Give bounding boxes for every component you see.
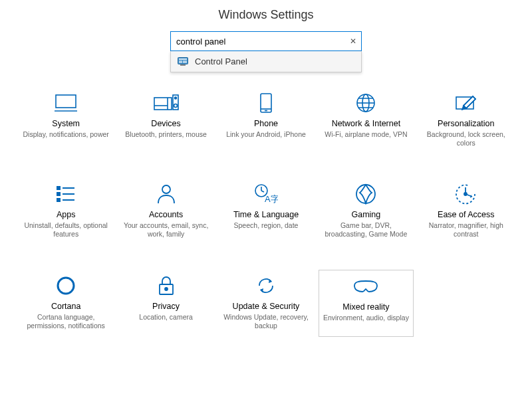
suggestion-control-panel[interactable]: Control Panel [171,51,361,72]
svg-line-29 [261,191,264,192]
tile-title: Devices [120,119,211,128]
tile-time-language[interactable]: A字 Time & Language Speech, region, date [219,178,313,245]
settings-grid: System Display, notifications, power Dev… [0,51,532,344]
tile-title: Cortana [20,302,112,311]
svg-point-34 [58,278,74,294]
personalization-icon [420,90,512,116]
svg-rect-7 [154,98,172,110]
tile-desc: Bluetooth, printers, mouse [120,130,211,139]
accounts-icon [120,181,211,207]
tile-desc: Background, lock screen, colors [420,130,512,148]
tile-desc: Game bar, DVR, broadcasting, Game Mode [320,221,412,239]
svg-rect-22 [57,193,60,195]
svg-point-31 [356,185,375,203]
search-container: ✕ Control Panel [170,31,362,51]
tile-ease-of-access[interactable]: Ease of Access Narrator, magnifier, high… [419,178,513,245]
svg-rect-4 [180,64,186,66]
tile-desc: Display, notifications, power [20,130,112,139]
svg-rect-24 [57,199,60,201]
tile-title: Mixed reality [321,302,411,312]
tile-desc: Wi-Fi, airplane mode, VPN [320,130,412,139]
tile-title: Update & Security [220,302,312,311]
privacy-icon [120,272,211,299]
tile-desc: Your accounts, email, sync, work, family [120,221,211,239]
tile-desc: Narrator, magnifier, high contrast [420,221,512,239]
tile-network[interactable]: Network & Internet Wi-Fi, airplane mode,… [319,87,413,154]
tile-title: Apps [20,210,112,219]
svg-rect-5 [56,95,76,108]
control-panel-icon [178,57,188,66]
mixed-reality-icon [321,273,411,300]
clear-search-icon[interactable]: ✕ [350,37,356,46]
tile-title: Ease of Access [420,210,512,219]
search-input[interactable] [170,31,362,51]
tile-desc: Speech, region, date [220,221,312,230]
svg-point-11 [174,97,176,99]
svg-rect-20 [57,187,60,189]
tile-system[interactable]: System Display, notifications, power [19,87,113,154]
gaming-icon [320,181,412,207]
svg-rect-13 [261,94,271,112]
tile-title: Network & Internet [320,119,412,128]
tile-gaming[interactable]: Gaming Game bar, DVR, broadcasting, Game… [319,178,413,245]
tile-desc: Environment, audio, display [321,314,411,322]
tile-desc: Link your Android, iPhone [220,130,312,139]
tile-title: Gaming [320,210,412,219]
system-icon [20,90,112,116]
tile-desc: Uninstall, defaults, optional features [20,221,112,239]
tile-desc: Cortana language, permissions, notificat… [20,313,112,330]
svg-point-33 [464,193,467,195]
tile-title: Phone [220,119,312,128]
search-suggestions: Control Panel [170,51,362,72]
svg-rect-1 [179,58,187,60]
tile-apps[interactable]: Apps Uninstall, defaults, optional featu… [19,178,113,245]
tile-title: Accounts [120,210,211,219]
tile-desc: Location, camera [120,313,211,322]
svg-point-36 [165,288,168,290]
globe-icon [320,90,412,116]
cortana-icon [20,272,112,299]
tile-mixed-reality[interactable]: Mixed reality Environment, audio, displa… [319,270,413,337]
svg-point-26 [162,185,170,193]
tile-accounts[interactable]: Accounts Your accounts, email, sync, wor… [118,178,213,245]
tile-devices[interactable]: Devices Bluetooth, printers, mouse [118,87,213,154]
tile-desc: Windows Update, recovery, backup [220,313,312,330]
phone-icon [220,90,312,116]
tile-title: Personalization [420,119,512,128]
update-icon [220,272,312,299]
ease-of-access-icon [420,181,512,207]
tile-update-security[interactable]: Update & Security Windows Update, recove… [219,270,313,337]
tile-title: Privacy [120,302,211,311]
tile-title: System [20,119,112,128]
svg-rect-2 [179,60,182,63]
tile-cortana[interactable]: Cortana Cortana language, permissions, n… [19,270,113,337]
svg-rect-3 [183,60,187,63]
tile-personalization[interactable]: Personalization Background, lock screen,… [419,87,513,154]
tile-phone[interactable]: Phone Link your Android, iPhone [219,87,313,154]
tile-privacy[interactable]: Privacy Location, camera [118,270,213,337]
apps-icon [20,181,112,207]
suggestion-label: Control Panel [195,56,247,66]
page-title: Windows Settings [0,0,532,31]
svg-text:A字: A字 [265,194,278,204]
time-language-icon: A字 [220,181,312,207]
tile-title: Time & Language [220,210,312,219]
devices-icon [120,90,211,116]
svg-point-12 [174,104,177,108]
